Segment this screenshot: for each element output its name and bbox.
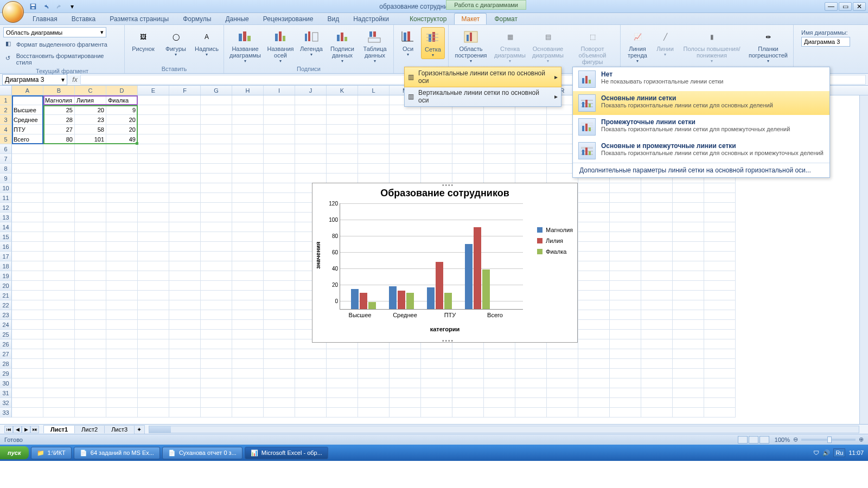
cell[interactable] (578, 183, 610, 193)
cell[interactable] (106, 378, 138, 388)
cell[interactable] (515, 359, 547, 369)
cell[interactable] (201, 134, 232, 144)
chart-bar[interactable] (474, 227, 481, 310)
cell[interactable] (138, 408, 169, 418)
cell[interactable] (138, 134, 169, 144)
cell[interactable] (610, 408, 641, 418)
cell[interactable] (138, 242, 169, 252)
cell[interactable] (75, 378, 106, 388)
cell[interactable] (106, 222, 138, 232)
taskbar-item-word2[interactable]: 📄Суханова отчет 0 з... (162, 447, 242, 459)
cell[interactable] (673, 183, 704, 193)
cell[interactable] (704, 320, 736, 330)
cell[interactable] (12, 388, 43, 398)
legend-item[interactable]: Магнолия (537, 227, 573, 233)
cell[interactable] (75, 144, 106, 154)
cell[interactable] (673, 281, 704, 291)
column-header[interactable]: J (295, 86, 327, 95)
gridlines-button[interactable]: Сетка▾ (421, 27, 445, 59)
plot-area[interactable]: 020406080100120 (340, 203, 523, 310)
cell[interactable] (704, 300, 736, 310)
office-button[interactable] (2, 1, 24, 23)
sheet-nav-prev[interactable]: ◀ (13, 426, 22, 433)
cell[interactable] (201, 95, 232, 105)
cell[interactable] (232, 398, 264, 408)
cell[interactable] (484, 359, 515, 369)
new-sheet-button[interactable]: ✦ (134, 425, 145, 434)
cell[interactable] (578, 203, 610, 213)
cell[interactable] (264, 213, 295, 222)
cell[interactable] (358, 388, 390, 398)
cell[interactable] (12, 330, 43, 339)
cell[interactable] (43, 339, 75, 349)
cell[interactable] (232, 174, 264, 183)
cell[interactable] (12, 242, 43, 252)
cell[interactable] (452, 369, 484, 378)
clock[interactable]: 11:07 (848, 450, 864, 456)
vertical-gridlines-item[interactable]: ▥ Вертикальные линии сетки по основной о… (405, 87, 561, 106)
cell[interactable] (106, 261, 138, 271)
tab-chart-layout[interactable]: Макет (454, 13, 487, 24)
cell[interactable] (138, 378, 169, 388)
cell[interactable] (12, 310, 43, 320)
cell[interactable] (264, 271, 295, 281)
cell[interactable] (138, 154, 169, 164)
cell[interactable] (106, 154, 138, 164)
cell[interactable] (106, 339, 138, 349)
cell[interactable]: Высшее (12, 105, 43, 115)
tab-view[interactable]: Вид (321, 14, 346, 24)
cell[interactable] (169, 232, 201, 242)
cell[interactable] (641, 310, 673, 320)
cell[interactable] (673, 193, 704, 203)
cell[interactable] (578, 408, 610, 418)
cell[interactable] (138, 320, 169, 330)
plot-area-button[interactable]: Область построения▾ (452, 27, 490, 65)
tab-formulas[interactable]: Формулы (176, 14, 218, 24)
cell[interactable] (43, 193, 75, 203)
cell[interactable]: Фиалка (106, 95, 138, 105)
cell[interactable] (169, 203, 201, 213)
cell[interactable] (169, 261, 201, 271)
row-header[interactable]: 4 (0, 125, 12, 134)
cell[interactable] (578, 369, 610, 378)
tray-icon[interactable]: 🔊 (822, 450, 830, 457)
cell[interactable] (232, 408, 264, 418)
cell[interactable] (264, 144, 295, 154)
cell[interactable] (201, 154, 232, 164)
row-header[interactable]: 23 (0, 310, 12, 320)
cell[interactable] (201, 164, 232, 174)
cell[interactable] (452, 115, 484, 125)
cell[interactable] (547, 369, 578, 378)
cell[interactable] (201, 388, 232, 398)
cell[interactable] (610, 359, 641, 369)
cell[interactable] (43, 359, 75, 369)
cell[interactable] (390, 408, 421, 418)
cell[interactable] (390, 134, 421, 144)
cell[interactable] (201, 349, 232, 359)
cell[interactable] (452, 174, 484, 183)
cell[interactable] (390, 164, 421, 174)
cell[interactable] (138, 95, 169, 105)
row-header[interactable]: 18 (0, 261, 12, 271)
cell[interactable] (201, 252, 232, 261)
chart-legend[interactable]: МагнолияЛилияФиалка (537, 227, 573, 259)
cell[interactable] (610, 232, 641, 242)
cell[interactable] (43, 378, 75, 388)
cell[interactable] (138, 339, 169, 349)
cell[interactable] (12, 203, 43, 213)
cell[interactable] (201, 115, 232, 125)
cell[interactable] (295, 134, 327, 144)
cell[interactable] (641, 320, 673, 330)
cell[interactable] (106, 232, 138, 242)
row-header[interactable]: 19 (0, 271, 12, 281)
cell[interactable] (641, 261, 673, 271)
cell[interactable] (106, 174, 138, 183)
cell[interactable] (578, 232, 610, 242)
row-header[interactable]: 5 (0, 134, 12, 144)
tab-chart-format[interactable]: Формат (488, 14, 524, 24)
cell[interactable] (515, 378, 547, 388)
cell[interactable] (641, 252, 673, 261)
cell[interactable] (327, 134, 358, 144)
cell[interactable] (704, 252, 736, 261)
cell[interactable] (704, 349, 736, 359)
